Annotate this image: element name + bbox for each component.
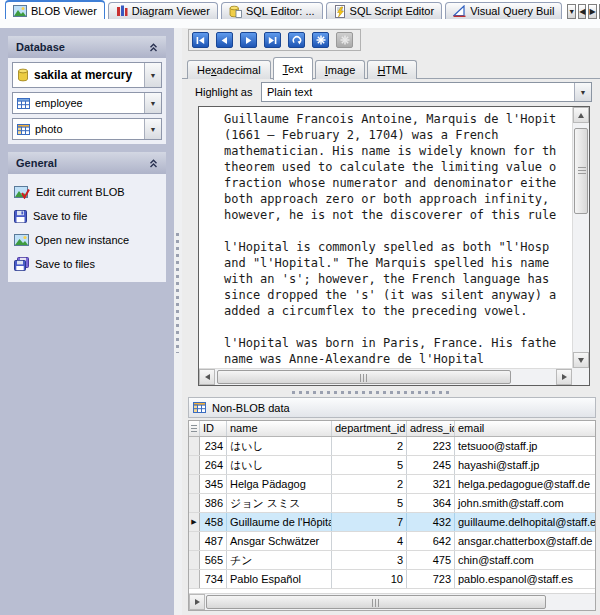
cell-ID[interactable]: 734 <box>200 570 227 588</box>
open-new-instance-link[interactable]: Open new instance <box>14 228 160 252</box>
edit-current-blob-link[interactable]: Edit current BLOB <box>14 180 160 204</box>
cell-email[interactable]: helga.pedagogue@staff.de <box>455 475 595 493</box>
next-record-button[interactable] <box>240 32 257 48</box>
tab-blob-viewer[interactable]: BLOB Viewer <box>5 0 105 19</box>
cell-adress_id[interactable]: 642 <box>407 532 455 550</box>
cell-adress_id[interactable]: 321 <box>407 475 455 493</box>
row-indicator[interactable] <box>189 456 200 474</box>
tab-scroll-left-button[interactable]: ◀ <box>578 4 586 19</box>
table-row[interactable]: ▶458Guillaume de l'Hôpital7432guillaume.… <box>189 513 595 532</box>
column-header-name[interactable]: name <box>227 421 332 436</box>
horizontal-scrollbar[interactable] <box>199 368 572 385</box>
table-row[interactable]: 487Ansgar Schwätzer4642ansgar.chatterbox… <box>189 532 595 551</box>
tab-scroll-right-button[interactable]: ▶ <box>588 4 596 19</box>
cell-name[interactable]: Pablo Español <box>227 570 332 588</box>
column-header-email[interactable]: email <box>455 421 595 436</box>
grid-splitter[interactable] <box>182 389 600 395</box>
collapse-chevron-icon[interactable] <box>149 159 158 168</box>
cell-ID[interactable]: 345 <box>200 475 227 493</box>
dropdown-arrow-button[interactable]: ▼ <box>144 63 161 87</box>
scroll-right-button[interactable] <box>556 369 572 385</box>
cell-ID[interactable]: 264 <box>200 456 227 474</box>
save-to-file-link[interactable]: Save to file <box>14 204 160 228</box>
table-row[interactable]: 734Pablo Español10723pablo.espanol@staff… <box>189 570 595 589</box>
cell-department_id[interactable]: 5 <box>332 456 407 474</box>
cell-ID[interactable]: 234 <box>200 437 227 455</box>
cell-ID[interactable]: 487 <box>200 532 227 550</box>
dropdown-arrow-button[interactable]: ▼ <box>144 119 161 139</box>
save-to-files-link[interactable]: Save to files <box>14 252 160 276</box>
collapse-chevron-icon[interactable] <box>149 43 158 52</box>
table-row[interactable]: 386ジョン スミス5364john.smith@staff.com <box>189 494 595 513</box>
cell-ID[interactable]: 565 <box>200 551 227 569</box>
cell-ID[interactable]: 386 <box>200 494 227 512</box>
vertical-scrollbar[interactable] <box>572 107 589 368</box>
cell-department_id[interactable]: 4 <box>332 532 407 550</box>
row-indicator[interactable] <box>189 551 200 569</box>
tab-text[interactable]: Text <box>273 57 313 80</box>
dropdown-arrow-button[interactable]: ▼ <box>574 83 591 101</box>
sidebar-splitter[interactable] <box>174 28 182 615</box>
cell-email[interactable]: ansgar.chatterbox@staff.de <box>455 532 595 550</box>
row-indicator[interactable] <box>189 532 200 550</box>
cell-adress_id[interactable]: 364 <box>407 494 455 512</box>
cell-adress_id[interactable]: 223 <box>407 437 455 455</box>
field-select[interactable]: photo ▼ <box>12 118 162 140</box>
cell-department_id[interactable]: 5 <box>332 494 407 512</box>
column-header-department-id[interactable]: department_id <box>332 421 407 436</box>
tab-visual-query-builder[interactable]: Visual Query Buil <box>445 2 562 19</box>
cell-department_id[interactable]: 10 <box>332 570 407 588</box>
cell-department_id[interactable]: 7 <box>332 513 407 531</box>
scroll-up-button[interactable] <box>573 107 589 123</box>
cell-email[interactable]: hayashi@staff.jp <box>455 456 595 474</box>
cell-name[interactable]: チン <box>227 551 332 569</box>
horizontal-scroll-thumb[interactable] <box>217 370 511 384</box>
tab-sql-editor[interactable]: SQL Editor: ... <box>221 2 323 19</box>
cell-adress_id[interactable]: 723 <box>407 570 455 588</box>
cell-department_id[interactable]: 3 <box>332 551 407 569</box>
scroll-down-button[interactable] <box>573 352 589 368</box>
cell-name[interactable]: Guillaume de l'Hôpital <box>227 513 332 531</box>
last-record-button[interactable] <box>264 32 281 48</box>
column-header-id[interactable]: ID <box>200 421 227 436</box>
tab-hexadecimal[interactable]: Hexadecimal <box>187 60 271 79</box>
cell-email[interactable]: john.smith@staff.com <box>455 494 595 512</box>
cell-email[interactable]: chin@staff.com <box>455 551 595 569</box>
database-select[interactable]: sakila at mercury ▼ <box>12 62 162 88</box>
row-indicator[interactable] <box>189 437 200 455</box>
row-indicator[interactable] <box>189 570 200 588</box>
dropdown-arrow-button[interactable]: ▼ <box>144 93 161 113</box>
row-indicator[interactable] <box>189 475 200 493</box>
refresh-button[interactable] <box>288 32 305 48</box>
cell-adress_id[interactable]: 432 <box>407 513 455 531</box>
tab-diagram-viewer[interactable]: Diagram Viewer <box>108 2 218 19</box>
cell-ID[interactable]: 458 <box>200 513 227 531</box>
table-row[interactable]: 234はいし2223tetsuoo@staff.jp <box>189 437 595 456</box>
cell-department_id[interactable]: 2 <box>332 437 407 455</box>
blob-text-viewer[interactable]: Guillaume Francois Antoine, Marquis de l… <box>198 106 590 386</box>
vertical-scroll-thumb[interactable] <box>574 128 588 214</box>
cell-email[interactable]: tetsuoo@staff.jp <box>455 437 595 455</box>
scroll-left-button[interactable] <box>199 369 215 385</box>
tab-sql-script-editor[interactable]: SQL Script Editor <box>326 2 443 19</box>
table-row[interactable]: 345Helga Pädagog2321helga.pedagogue@staf… <box>189 475 595 494</box>
cell-name[interactable]: ジョン スミス <box>227 494 332 512</box>
cell-name[interactable]: Ansgar Schwätzer <box>227 532 332 550</box>
cell-adress_id[interactable]: 245 <box>407 456 455 474</box>
table-select[interactable]: employee ▼ <box>12 92 162 114</box>
grid-horizontal-scrollbar[interactable] <box>189 593 595 610</box>
tab-html[interactable]: HTML <box>367 60 417 79</box>
cell-name[interactable]: はいし <box>227 437 332 455</box>
scroll-right-button[interactable] <box>189 594 205 610</box>
grid-horizontal-scroll-thumb[interactable] <box>206 595 546 609</box>
blob-text-content[interactable]: Guillaume Francois Antoine, Marquis de l… <box>199 107 572 368</box>
highlight-as-select[interactable]: Plain text ▼ <box>261 82 592 102</box>
current-row-indicator[interactable]: ▶ <box>189 513 200 531</box>
cell-email[interactable]: pablo.espanol@staff.es <box>455 570 595 588</box>
tab-list-dropdown-button[interactable]: ▼ <box>567 4 576 19</box>
table-row[interactable]: 264はいし5245hayashi@staff.jp <box>189 456 595 475</box>
prior-record-button[interactable] <box>216 32 233 48</box>
load-blob-button[interactable] <box>312 32 329 48</box>
row-indicator[interactable] <box>189 494 200 512</box>
cell-email[interactable]: guillaume.delhopital@staff.es <box>455 513 595 531</box>
